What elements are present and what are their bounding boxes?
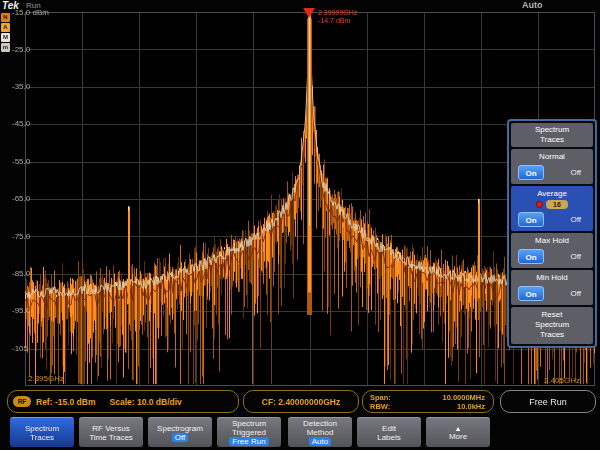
softkey-spectrogram[interactable]: Spectrogram Off [148, 417, 212, 447]
rbw-value: 10.0kHz [457, 402, 485, 411]
average-indicator-icon [536, 201, 543, 208]
normal-on-button[interactable]: On [518, 165, 544, 180]
span-value: 10.0000MHz [442, 393, 485, 402]
softkey-label: Edit [382, 424, 396, 433]
max-hold-off-button[interactable]: Off [570, 252, 581, 261]
menu-title: Spectrum Traces [511, 123, 593, 147]
softkey-more[interactable]: ▲ More [426, 417, 490, 447]
softkey-edit-labels[interactable]: Edit Labels [357, 417, 421, 447]
average-count-badge[interactable]: 16 [546, 200, 568, 209]
softkey-label: RF Versus [92, 424, 129, 433]
softkey-label: Labels [377, 433, 401, 442]
spectrum-traces-menu: Spectrum Traces Normal On Off Average 16… [507, 119, 597, 348]
softkey-label: Spectrum [232, 419, 266, 428]
softkey-label: Spectrum [25, 424, 59, 433]
span-rbw-readout: Span: 10.0000MHz RBW: 10.0kHz [362, 390, 494, 413]
ref-level-readout: Ref: -15.0 dBm [36, 397, 96, 407]
min-hold-on-button[interactable]: On [518, 286, 544, 301]
average-on-button[interactable]: On [518, 212, 544, 227]
min-hold-off-button[interactable]: Off [570, 289, 581, 298]
ytick: -95.0 [12, 306, 30, 315]
chevron-up-icon: ▲ [455, 425, 462, 432]
ytick-ref-level: -15.0 dBm [12, 8, 49, 17]
softkey-label: More [449, 432, 467, 441]
softkey-spectrum-triggered[interactable]: Spectrum Triggered Free Run [217, 417, 281, 447]
menu-item-label: Max Hold [511, 233, 593, 246]
stop-frequency-label: 2.405GHz [544, 376, 580, 385]
softkey-label: Spectrogram [157, 424, 203, 433]
normal-trace-icon: N [1, 13, 10, 22]
trigger-state: Auto [522, 0, 543, 10]
ytick: -35.0 [12, 82, 30, 91]
start-frequency-label: 2.395GHz [28, 374, 64, 383]
menu-title-line: Spectrum [511, 123, 593, 135]
ytick: -55.0 [12, 157, 30, 166]
softkey-value-badge: Off [172, 433, 189, 442]
softkey-label: Detection [303, 419, 337, 428]
peak-marker-icon [303, 8, 315, 18]
average-off-button[interactable]: Off [570, 215, 581, 224]
menu-item-min-hold: Min Hold On Off [511, 270, 593, 305]
ytick: -65.0 [12, 194, 30, 203]
menu-item-label: Min Hold [511, 270, 593, 283]
ytick: -45.0 [12, 119, 30, 128]
menu-item-normal: Normal On Off [511, 149, 593, 184]
rf-badge-icon: RF [13, 396, 31, 407]
normal-off-button[interactable]: Off [570, 168, 581, 177]
ytick: -25.0 [12, 45, 30, 54]
softkey-spectrum-traces[interactable]: Spectrum Traces [10, 417, 74, 447]
softkey-label: Method [307, 428, 334, 437]
menu-item-max-hold: Max Hold On Off [511, 233, 593, 268]
min-hold-trace-icon: m [1, 43, 10, 52]
span-label: Span: [370, 393, 391, 402]
reset-label-line: Reset [511, 310, 593, 320]
trigger-mode-value: Free Run [529, 397, 567, 407]
trigger-mode-readout: Free Run [500, 390, 596, 413]
softkey-value-badge: Auto [309, 437, 331, 446]
ytick: -105 [12, 344, 28, 353]
trace-indicator-strip: N A M m [1, 13, 10, 52]
rbw-label: RBW: [370, 402, 390, 411]
softkey-value-badge: Free Run [229, 437, 268, 446]
reset-spectrum-traces-button[interactable]: Reset Spectrum Traces [511, 307, 593, 344]
softkey-detection-method[interactable]: Detection Method Auto [288, 417, 352, 447]
softkey-label: Traces [30, 433, 54, 442]
ytick: -75.0 [12, 232, 30, 241]
average-trace-icon: A [1, 23, 10, 32]
menu-item-label: Average [511, 186, 593, 199]
softkey-label: Triggered [232, 428, 266, 437]
rf-settings-readout: RF Ref: -15.0 dBm Scale: 10.0 dB/div [7, 390, 239, 413]
reset-label-line: Spectrum [511, 320, 593, 330]
scale-readout: Scale: 10.0 dB/div [110, 397, 182, 407]
menu-item-label: Normal [511, 149, 593, 162]
marker-level: -14.7 dBm [318, 17, 357, 25]
cf-value: CF: 2.40000000GHz [262, 397, 340, 407]
softkey-label: Time Traces [89, 433, 133, 442]
menu-item-average: Average 16 On Off [511, 186, 593, 231]
max-hold-trace-icon: M [1, 33, 10, 42]
center-frequency-readout: CF: 2.40000000GHz [243, 390, 359, 413]
reset-label-line: Traces [511, 330, 593, 340]
marker-frequency: 2.39999GHz [318, 9, 357, 17]
menu-title-line: Traces [511, 135, 593, 145]
peak-marker-readout: 2.39999GHz -14.7 dBm [318, 9, 357, 25]
ytick: -85.0 [12, 269, 30, 278]
max-hold-on-button[interactable]: On [518, 249, 544, 264]
softkey-rf-versus-time-traces[interactable]: RF Versus Time Traces [79, 417, 143, 447]
